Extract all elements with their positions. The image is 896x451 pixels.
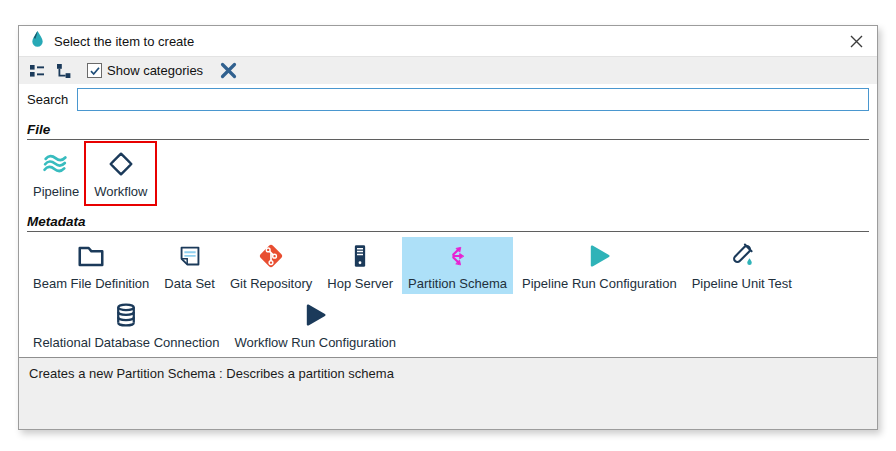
title-bar: Select the item to create [19,26,877,56]
checkmark-icon [89,65,101,77]
pipeline-waves-icon [41,149,71,179]
test-tube-icon [727,241,757,271]
item-label: Pipeline Run Configuration [522,276,677,291]
tree-view-icon[interactable] [54,61,74,81]
item-pipeline[interactable]: Pipeline [27,145,85,202]
item-data-set[interactable]: Data Set [158,237,221,294]
search-label: Search [27,92,68,107]
play-navy-icon [300,300,330,330]
item-beam-file-definition[interactable]: Beam File Definition [27,237,155,294]
search-row: Search [19,84,877,115]
show-categories-label: Show categories [107,63,203,78]
item-label: Hop Server [327,276,393,291]
item-label: Workflow Run Configuration [234,335,396,350]
item-label: Pipeline [33,184,79,199]
file-items-row: Pipeline Workflow [27,145,869,202]
item-label: Data Set [164,276,215,291]
item-label: Pipeline Unit Test [692,276,792,291]
note-icon [175,241,205,271]
section-header-metadata: Metadata [27,214,869,232]
item-pipeline-unit-test[interactable]: Pipeline Unit Test [686,237,798,294]
clear-search-icon[interactable] [218,61,238,81]
item-label: Git Repository [230,276,312,291]
item-workflow[interactable]: Workflow [88,145,153,202]
workflow-diamond-icon [106,149,136,179]
close-icon[interactable] [845,30,867,52]
item-pipeline-run-configuration[interactable]: Pipeline Run Configuration [516,237,683,294]
play-teal-icon [584,241,614,271]
hop-logo-icon [29,30,46,53]
server-icon [345,241,375,271]
section-header-file: File [27,122,869,140]
item-label: Relational Database Connection [33,335,219,350]
folder-icon [76,241,106,271]
search-input[interactable] [77,88,869,111]
partition-arrows-icon [443,241,473,271]
item-partition-schema[interactable]: Partition Schema [402,237,513,294]
item-label: Workflow [94,184,147,199]
item-git-repository[interactable]: Git Repository [224,237,318,294]
toolbar: Show categories [19,56,877,84]
create-item-dialog: Select the item to create [18,25,878,430]
item-workflow-run-configuration[interactable]: Workflow Run Configuration [228,296,402,353]
flat-view-icon[interactable] [27,61,47,81]
checkbox-box[interactable] [87,63,102,78]
show-categories-checkbox[interactable]: Show categories [87,63,203,78]
status-bar: Creates a new Partition Schema : Describ… [19,358,877,429]
item-label: Partition Schema [408,276,507,291]
item-list: File Pipeline [19,115,877,357]
database-icon [111,300,141,330]
status-text: Creates a new Partition Schema : Describ… [29,366,394,381]
item-label: Beam File Definition [33,276,149,291]
item-relational-database-connection[interactable]: Relational Database Connection [27,296,225,353]
metadata-items-row: Beam File Definition Data Set [27,237,869,353]
git-icon [256,241,286,271]
dialog-title: Select the item to create [54,34,194,49]
item-hop-server[interactable]: Hop Server [321,237,399,294]
